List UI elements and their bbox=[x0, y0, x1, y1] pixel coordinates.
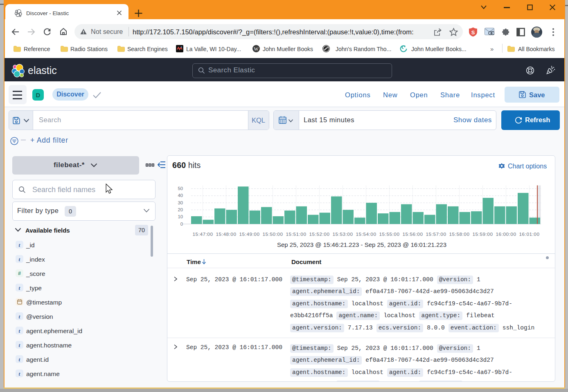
svg-text:0: 0 bbox=[180, 222, 183, 226]
svg-text:15:59:00: 15:59:00 bbox=[473, 231, 493, 237]
svg-text:15:49:00: 15:49:00 bbox=[239, 231, 260, 237]
svg-text:40: 40 bbox=[178, 193, 183, 198]
svg-text:S: S bbox=[471, 29, 475, 36]
svg-text:15:54:00: 15:54:00 bbox=[356, 231, 376, 237]
svg-text:16:01:00: 16:01:00 bbox=[519, 231, 540, 237]
svg-text:15:47:00: 15:47:00 bbox=[193, 231, 213, 237]
svg-text:20: 20 bbox=[178, 207, 183, 212]
svg-text:15:58:00: 15:58:00 bbox=[449, 231, 470, 237]
svg-text:15:53:00: 15:53:00 bbox=[333, 231, 353, 237]
svg-text:15:48:00: 15:48:00 bbox=[216, 231, 237, 237]
svg-text:15:55:00: 15:55:00 bbox=[379, 231, 400, 237]
svg-text:15:50:00: 15:50:00 bbox=[263, 231, 283, 237]
svg-text:10: 10 bbox=[178, 214, 183, 219]
svg-text:15:52:00: 15:52:00 bbox=[309, 231, 330, 237]
svg-text:50: 50 bbox=[178, 186, 183, 191]
svg-text:16:00:00: 16:00:00 bbox=[496, 231, 516, 237]
svg-text:15:57:00: 15:57:00 bbox=[426, 231, 446, 237]
svg-text:15:56:00: 15:56:00 bbox=[403, 231, 423, 237]
svg-text:15:51:00: 15:51:00 bbox=[286, 231, 307, 237]
svg-text:W: W bbox=[254, 46, 259, 52]
svg-text:30: 30 bbox=[178, 200, 183, 205]
